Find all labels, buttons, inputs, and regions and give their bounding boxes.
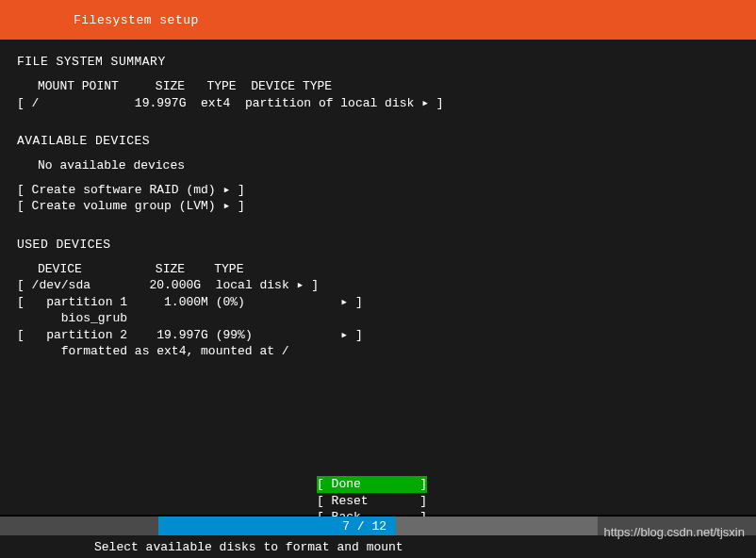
- used-title: USED DEVICES: [17, 238, 739, 252]
- progress-text: 7 / 12: [342, 519, 386, 533]
- chevron-right-icon: ▸: [222, 198, 230, 215]
- used-partition-row[interactable]: [ partition 2 19.997G (99%) ▸ ]: [17, 327, 739, 344]
- used-columns: DEVICE SIZE TYPE: [17, 261, 739, 278]
- create-raid-action[interactable]: [ Create software RAID (md) ▸ ]: [17, 182, 739, 199]
- summary-row[interactable]: [ / 19.997G ext4 partition of local disk…: [17, 95, 739, 112]
- progress-segment-start: [0, 517, 158, 535]
- done-button[interactable]: [ Done ]: [317, 476, 427, 493]
- create-lvm-action[interactable]: [ Create volume group (LVM) ▸ ]: [17, 198, 739, 215]
- chevron-right-icon: ▸: [421, 95, 429, 112]
- used-partition-row[interactable]: [ partition 1 1.000M (0%) ▸ ]: [17, 294, 739, 311]
- chevron-right-icon: ▸: [340, 294, 348, 311]
- chevron-right-icon: ▸: [297, 277, 304, 294]
- used-disk-row[interactable]: [ /dev/sda 20.000G local disk ▸ ]: [17, 277, 739, 294]
- page-title: Filesystem setup: [74, 13, 199, 27]
- reset-button[interactable]: [ Reset ]: [317, 493, 427, 510]
- available-empty: No available devices: [17, 157, 739, 174]
- summary-title: FILE SYSTEM SUMMARY: [17, 55, 739, 69]
- chevron-right-icon: ▸: [222, 182, 230, 199]
- main-content: FILE SYSTEM SUMMARY MOUNT POINT SIZE TYP…: [0, 40, 756, 515]
- used-partition-detail: formatted as ext4, mounted at /: [17, 343, 739, 360]
- watermark: https://blog.csdn.net/tjsxin: [603, 525, 745, 539]
- used-partition-detail: bios_grub: [17, 310, 739, 327]
- progress-segment-fill: 7 / 12: [158, 517, 396, 535]
- summary-columns: MOUNT POINT SIZE TYPE DEVICE TYPE: [17, 78, 739, 95]
- header-bar: Filesystem setup: [0, 0, 756, 40]
- hint-text: Select available disks to format and mou…: [94, 540, 403, 554]
- progress-segment-remaining: [396, 517, 598, 535]
- chevron-right-icon: ▸: [340, 327, 348, 344]
- available-title: AVAILABLE DEVICES: [17, 134, 739, 148]
